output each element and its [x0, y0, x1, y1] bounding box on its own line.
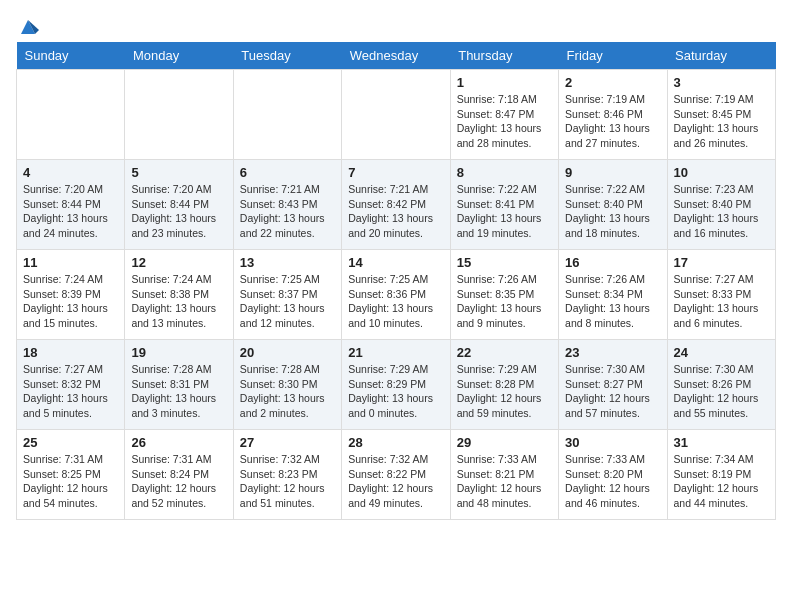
day-info: Sunrise: 7:18 AMSunset: 8:47 PMDaylight:…	[457, 92, 552, 151]
day-number: 11	[23, 255, 118, 270]
day-of-week-header: Friday	[559, 42, 667, 70]
calendar-cell: 18Sunrise: 7:27 AMSunset: 8:32 PMDayligh…	[17, 340, 125, 430]
day-info: Sunrise: 7:20 AMSunset: 8:44 PMDaylight:…	[131, 182, 226, 241]
calendar-cell: 24Sunrise: 7:30 AMSunset: 8:26 PMDayligh…	[667, 340, 775, 430]
day-number: 9	[565, 165, 660, 180]
day-info: Sunrise: 7:31 AMSunset: 8:25 PMDaylight:…	[23, 452, 118, 511]
day-number: 6	[240, 165, 335, 180]
day-number: 14	[348, 255, 443, 270]
day-number: 18	[23, 345, 118, 360]
day-info: Sunrise: 7:30 AMSunset: 8:27 PMDaylight:…	[565, 362, 660, 421]
day-number: 19	[131, 345, 226, 360]
day-info: Sunrise: 7:23 AMSunset: 8:40 PMDaylight:…	[674, 182, 769, 241]
calendar-table: SundayMondayTuesdayWednesdayThursdayFrid…	[16, 42, 776, 520]
day-number: 28	[348, 435, 443, 450]
calendar-cell: 27Sunrise: 7:32 AMSunset: 8:23 PMDayligh…	[233, 430, 341, 520]
day-number: 5	[131, 165, 226, 180]
day-number: 31	[674, 435, 769, 450]
day-number: 27	[240, 435, 335, 450]
calendar-week-row: 11Sunrise: 7:24 AMSunset: 8:39 PMDayligh…	[17, 250, 776, 340]
day-info: Sunrise: 7:25 AMSunset: 8:36 PMDaylight:…	[348, 272, 443, 331]
day-number: 1	[457, 75, 552, 90]
calendar-cell: 26Sunrise: 7:31 AMSunset: 8:24 PMDayligh…	[125, 430, 233, 520]
calendar-cell: 4Sunrise: 7:20 AMSunset: 8:44 PMDaylight…	[17, 160, 125, 250]
day-of-week-header: Saturday	[667, 42, 775, 70]
day-info: Sunrise: 7:24 AMSunset: 8:39 PMDaylight:…	[23, 272, 118, 331]
calendar-cell: 1Sunrise: 7:18 AMSunset: 8:47 PMDaylight…	[450, 70, 558, 160]
day-info: Sunrise: 7:26 AMSunset: 8:35 PMDaylight:…	[457, 272, 552, 331]
day-number: 25	[23, 435, 118, 450]
calendar-cell: 9Sunrise: 7:22 AMSunset: 8:40 PMDaylight…	[559, 160, 667, 250]
calendar-cell: 29Sunrise: 7:33 AMSunset: 8:21 PMDayligh…	[450, 430, 558, 520]
calendar-cell: 25Sunrise: 7:31 AMSunset: 8:25 PMDayligh…	[17, 430, 125, 520]
day-number: 7	[348, 165, 443, 180]
day-info: Sunrise: 7:34 AMSunset: 8:19 PMDaylight:…	[674, 452, 769, 511]
day-info: Sunrise: 7:21 AMSunset: 8:43 PMDaylight:…	[240, 182, 335, 241]
day-number: 29	[457, 435, 552, 450]
day-of-week-header: Monday	[125, 42, 233, 70]
day-info: Sunrise: 7:26 AMSunset: 8:34 PMDaylight:…	[565, 272, 660, 331]
day-number: 4	[23, 165, 118, 180]
day-number: 20	[240, 345, 335, 360]
day-number: 24	[674, 345, 769, 360]
day-info: Sunrise: 7:28 AMSunset: 8:30 PMDaylight:…	[240, 362, 335, 421]
day-info: Sunrise: 7:27 AMSunset: 8:32 PMDaylight:…	[23, 362, 118, 421]
calendar-cell: 2Sunrise: 7:19 AMSunset: 8:46 PMDaylight…	[559, 70, 667, 160]
calendar-cell: 19Sunrise: 7:28 AMSunset: 8:31 PMDayligh…	[125, 340, 233, 430]
calendar-cell: 10Sunrise: 7:23 AMSunset: 8:40 PMDayligh…	[667, 160, 775, 250]
calendar-cell: 16Sunrise: 7:26 AMSunset: 8:34 PMDayligh…	[559, 250, 667, 340]
day-number: 15	[457, 255, 552, 270]
calendar-cell	[17, 70, 125, 160]
day-info: Sunrise: 7:29 AMSunset: 8:28 PMDaylight:…	[457, 362, 552, 421]
calendar-week-row: 1Sunrise: 7:18 AMSunset: 8:47 PMDaylight…	[17, 70, 776, 160]
calendar-cell: 21Sunrise: 7:29 AMSunset: 8:29 PMDayligh…	[342, 340, 450, 430]
day-info: Sunrise: 7:25 AMSunset: 8:37 PMDaylight:…	[240, 272, 335, 331]
calendar-cell: 13Sunrise: 7:25 AMSunset: 8:37 PMDayligh…	[233, 250, 341, 340]
day-number: 8	[457, 165, 552, 180]
day-number: 3	[674, 75, 769, 90]
page-header	[16, 16, 776, 34]
calendar-cell: 14Sunrise: 7:25 AMSunset: 8:36 PMDayligh…	[342, 250, 450, 340]
calendar-cell: 5Sunrise: 7:20 AMSunset: 8:44 PMDaylight…	[125, 160, 233, 250]
calendar-week-row: 4Sunrise: 7:20 AMSunset: 8:44 PMDaylight…	[17, 160, 776, 250]
day-number: 12	[131, 255, 226, 270]
day-info: Sunrise: 7:32 AMSunset: 8:23 PMDaylight:…	[240, 452, 335, 511]
day-number: 23	[565, 345, 660, 360]
day-info: Sunrise: 7:32 AMSunset: 8:22 PMDaylight:…	[348, 452, 443, 511]
day-info: Sunrise: 7:33 AMSunset: 8:20 PMDaylight:…	[565, 452, 660, 511]
calendar-cell: 8Sunrise: 7:22 AMSunset: 8:41 PMDaylight…	[450, 160, 558, 250]
day-of-week-header: Thursday	[450, 42, 558, 70]
calendar-cell	[342, 70, 450, 160]
day-number: 30	[565, 435, 660, 450]
calendar-cell: 11Sunrise: 7:24 AMSunset: 8:39 PMDayligh…	[17, 250, 125, 340]
calendar-cell	[233, 70, 341, 160]
day-info: Sunrise: 7:28 AMSunset: 8:31 PMDaylight:…	[131, 362, 226, 421]
calendar-cell: 7Sunrise: 7:21 AMSunset: 8:42 PMDaylight…	[342, 160, 450, 250]
day-of-week-header: Wednesday	[342, 42, 450, 70]
calendar-week-row: 18Sunrise: 7:27 AMSunset: 8:32 PMDayligh…	[17, 340, 776, 430]
calendar-cell: 23Sunrise: 7:30 AMSunset: 8:27 PMDayligh…	[559, 340, 667, 430]
day-number: 26	[131, 435, 226, 450]
calendar-cell: 17Sunrise: 7:27 AMSunset: 8:33 PMDayligh…	[667, 250, 775, 340]
logo-icon	[17, 16, 39, 38]
calendar-cell: 31Sunrise: 7:34 AMSunset: 8:19 PMDayligh…	[667, 430, 775, 520]
calendar-cell: 28Sunrise: 7:32 AMSunset: 8:22 PMDayligh…	[342, 430, 450, 520]
day-number: 13	[240, 255, 335, 270]
calendar-cell: 22Sunrise: 7:29 AMSunset: 8:28 PMDayligh…	[450, 340, 558, 430]
day-info: Sunrise: 7:21 AMSunset: 8:42 PMDaylight:…	[348, 182, 443, 241]
day-of-week-header: Sunday	[17, 42, 125, 70]
day-number: 10	[674, 165, 769, 180]
calendar-cell: 30Sunrise: 7:33 AMSunset: 8:20 PMDayligh…	[559, 430, 667, 520]
day-info: Sunrise: 7:30 AMSunset: 8:26 PMDaylight:…	[674, 362, 769, 421]
day-number: 16	[565, 255, 660, 270]
day-info: Sunrise: 7:29 AMSunset: 8:29 PMDaylight:…	[348, 362, 443, 421]
day-info: Sunrise: 7:22 AMSunset: 8:40 PMDaylight:…	[565, 182, 660, 241]
day-of-week-header: Tuesday	[233, 42, 341, 70]
day-number: 21	[348, 345, 443, 360]
calendar-cell: 12Sunrise: 7:24 AMSunset: 8:38 PMDayligh…	[125, 250, 233, 340]
day-info: Sunrise: 7:27 AMSunset: 8:33 PMDaylight:…	[674, 272, 769, 331]
day-info: Sunrise: 7:20 AMSunset: 8:44 PMDaylight:…	[23, 182, 118, 241]
day-info: Sunrise: 7:22 AMSunset: 8:41 PMDaylight:…	[457, 182, 552, 241]
calendar-cell: 3Sunrise: 7:19 AMSunset: 8:45 PMDaylight…	[667, 70, 775, 160]
header-row: SundayMondayTuesdayWednesdayThursdayFrid…	[17, 42, 776, 70]
